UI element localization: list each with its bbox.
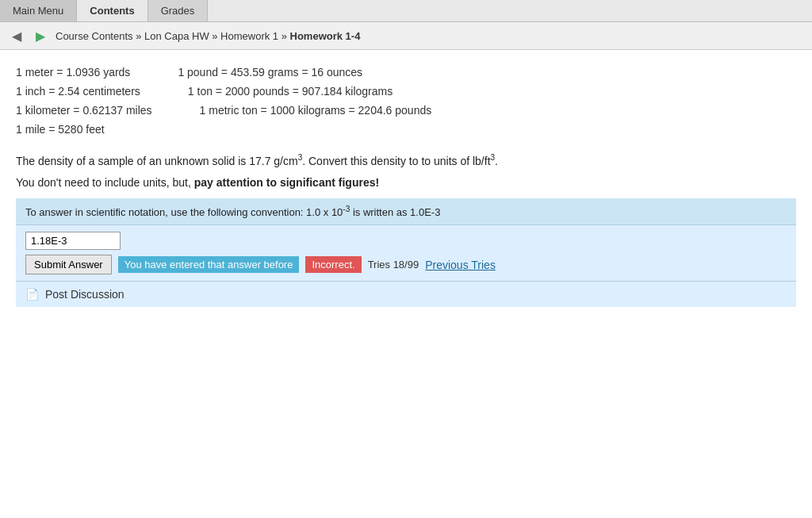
post-discussion-area: 📄 Post Discussion <box>16 281 796 307</box>
hint-exponent: -3 <box>343 205 350 213</box>
note-plain: You don't need to include units, but, <box>16 176 194 189</box>
arrow-left-icon: ◀ <box>12 29 21 44</box>
conv-row-2: 1 inch = 2.54 centimeters 1 ton = 2000 p… <box>16 85 796 98</box>
main-content: 1 meter = 1.0936 yards 1 pound = 453.59 … <box>0 50 812 315</box>
top-navigation: Main Menu Contents Grades <box>0 0 812 22</box>
breadcrumb-current: Homework 1-4 <box>290 30 361 42</box>
conv-ton-pounds: 1 ton = 2000 pounds = 907.184 kilograms <box>188 85 393 98</box>
feedback-duplicate: You have entered that answer before <box>118 256 300 273</box>
feedback-incorrect: Incorrect. <box>305 256 361 273</box>
arrow-right-icon: ▶ <box>36 29 45 44</box>
answer-input-row <box>25 232 787 250</box>
back-arrow-button[interactable]: ◀ <box>8 27 25 44</box>
breadcrumb: Course Contents » Lon Capa HW » Homework… <box>56 30 360 42</box>
breadcrumb-bar: ◀ ▶ Course Contents » Lon Capa HW » Home… <box>0 22 812 50</box>
previous-tries-link[interactable]: Previous Tries <box>425 259 496 271</box>
question-note: You don't need to include units, but, pa… <box>16 176 796 189</box>
conv-row-4: 1 mile = 5280 feet <box>16 123 796 136</box>
post-discussion-label[interactable]: Post Discussion <box>45 288 124 301</box>
tries-count: Tries 18/99 <box>368 259 419 271</box>
forward-arrow-button[interactable]: ▶ <box>32 27 49 44</box>
density-description: The density of a sample of an unknown so… <box>16 155 298 167</box>
period: . <box>495 155 498 167</box>
note-bold: pay attention to significant figures! <box>194 176 379 189</box>
nav-main-menu[interactable]: Main Menu <box>0 0 77 21</box>
conv-pound-grams: 1 pound = 453.59 grams = 16 ounces <box>178 66 362 79</box>
conv-mile-feet: 1 mile = 5280 feet <box>16 123 105 136</box>
question-text: The density of a sample of an unknown so… <box>16 152 796 170</box>
conv-inch-cm: 1 inch = 2.54 centimeters <box>16 85 140 98</box>
post-discussion-icon: 📄 <box>25 288 39 301</box>
answer-feedback-row: Submit Answer You have entered that answ… <box>25 255 787 274</box>
hint-box: To answer in scientific notation, use th… <box>16 198 796 224</box>
conv-row-1: 1 meter = 1.0936 yards 1 pound = 453.59 … <box>16 66 796 79</box>
convert-description: . Convert this density to to units of lb… <box>302 155 490 167</box>
answer-input[interactable] <box>25 232 121 250</box>
nav-grades[interactable]: Grades <box>148 0 209 21</box>
conversions-table: 1 meter = 1.0936 yards 1 pound = 453.59 … <box>16 66 796 136</box>
hint-text: To answer in scientific notation, use th… <box>25 206 343 218</box>
submit-answer-button[interactable]: Submit Answer <box>25 255 112 274</box>
hint-suffix: is written as 1.0E-3 <box>350 206 440 218</box>
conv-row-3: 1 kilometer = 0.62137 miles 1 metric ton… <box>16 104 796 117</box>
conv-meter-yards: 1 meter = 1.0936 yards <box>16 66 130 79</box>
conv-km-miles: 1 kilometer = 0.62137 miles <box>16 104 152 117</box>
conv-metric-ton: 1 metric ton = 1000 kilograms = 2204.6 p… <box>200 104 432 117</box>
answer-area: Submit Answer You have entered that answ… <box>16 224 796 281</box>
nav-contents[interactable]: Contents <box>77 0 147 21</box>
